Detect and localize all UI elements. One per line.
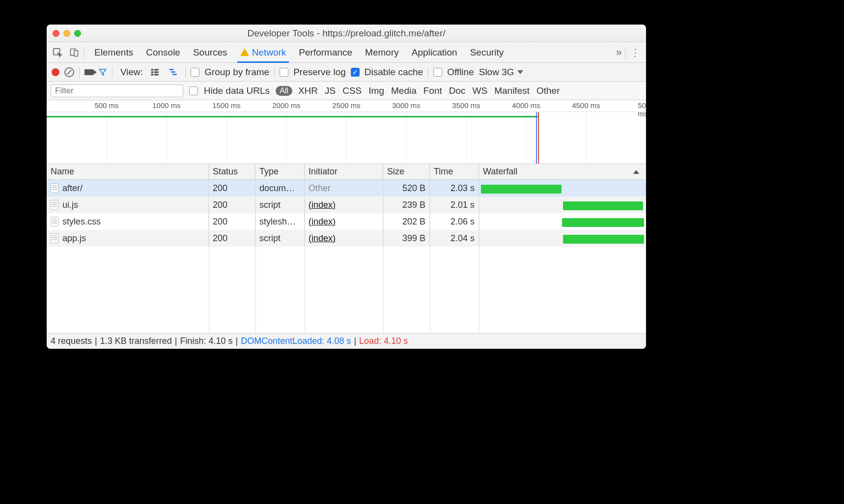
divider: [112, 67, 113, 78]
hide-data-urls-checkbox[interactable]: [189, 86, 198, 95]
requests-table: Name Status Type Initiator Size Time Wat…: [47, 164, 646, 333]
offline-checkbox[interactable]: [433, 68, 442, 77]
filter-type-css[interactable]: CSS: [342, 85, 362, 96]
tab-console[interactable]: Console: [146, 42, 180, 62]
table-row[interactable]: ui.js200script(index)239 B2.01 s: [47, 196, 646, 213]
chevron-down-icon: [517, 70, 523, 74]
window-close-icon[interactable]: [53, 30, 59, 37]
tab-network[interactable]: Network: [240, 42, 286, 62]
cell-name: styles.css: [47, 213, 209, 230]
cell-status: 200: [209, 180, 255, 196]
overview-request-span: [47, 116, 538, 117]
filter-input[interactable]: [51, 84, 183, 97]
table-row[interactable]: app.js200script(index)399 B2.04 s: [47, 230, 646, 247]
filter-type-js[interactable]: JS: [325, 85, 336, 96]
filter-type-manifest[interactable]: Manifest: [494, 85, 530, 96]
cell-waterfall: [479, 230, 646, 247]
col-waterfall[interactable]: Waterfall: [479, 164, 646, 179]
divider: [79, 67, 80, 78]
tab-application[interactable]: Application: [412, 42, 457, 62]
col-time[interactable]: Time: [430, 164, 479, 179]
preserve-log-checkbox[interactable]: [280, 68, 288, 77]
filter-type-media[interactable]: Media: [391, 85, 417, 96]
sort-asc-icon: [633, 170, 639, 174]
group-by-frame-label: Group by frame: [204, 67, 269, 78]
col-type[interactable]: Type: [255, 164, 305, 179]
clear-icon[interactable]: [64, 67, 74, 77]
device-toggle-icon[interactable]: [67, 46, 81, 59]
disable-cache-label: Disable cache: [365, 67, 423, 78]
tab-performance[interactable]: Performance: [299, 42, 352, 62]
cell-type: docum…: [255, 180, 305, 196]
filter-type-other[interactable]: Other: [536, 85, 560, 96]
table-row[interactable]: after/200docum…Other520 B2.03 s: [47, 180, 646, 196]
overview-tick: 1000 ms: [152, 101, 181, 110]
cell-time: 2.04 s: [430, 230, 479, 247]
cell-status: 200: [209, 213, 255, 230]
col-initiator[interactable]: Initiator: [305, 164, 383, 179]
filter-type-all[interactable]: All: [276, 86, 292, 96]
cell-type: script: [255, 230, 305, 247]
svg-rect-2: [74, 50, 78, 56]
waterfall-view-icon[interactable]: [167, 65, 180, 79]
table-header: Name Status Type Initiator Size Time Wat…: [47, 164, 646, 180]
filter-toggle-icon[interactable]: [98, 68, 107, 77]
col-status[interactable]: Status: [209, 164, 255, 179]
filter-type-img[interactable]: Img: [368, 85, 384, 96]
cell-size: 202 B: [383, 213, 430, 230]
file-icon: [51, 217, 58, 226]
cell-time: 2.06 s: [430, 213, 479, 230]
screenshot-icon[interactable]: [84, 69, 93, 75]
view-label: View:: [120, 67, 143, 78]
tab-label: Memory: [365, 47, 399, 58]
cell-initiator-value: Other: [309, 183, 331, 194]
cell-initiator-value[interactable]: (index): [309, 217, 336, 227]
overview-tick: 1500 ms: [212, 101, 241, 110]
filter-row: Hide data URLs All XHRJSCSSImgMediaFontD…: [47, 82, 646, 100]
divider: [84, 47, 84, 58]
cell-size: 520 B: [383, 180, 430, 196]
tab-label: Elements: [94, 47, 133, 58]
group-by-frame-checkbox[interactable]: [191, 68, 199, 77]
waterfall-bar: [481, 185, 562, 194]
tab-elements[interactable]: Elements: [94, 42, 133, 62]
large-rows-icon[interactable]: [148, 65, 162, 79]
network-toolbar: View: Group by frame Preserve log ✓ Disa…: [47, 63, 646, 82]
divider: [625, 47, 625, 58]
footer-finish: Finish: 4.10 s: [180, 336, 233, 346]
cell-name: after/: [47, 180, 209, 196]
inspect-element-icon[interactable]: [51, 46, 64, 59]
filter-type-ws[interactable]: WS: [473, 85, 488, 96]
file-icon: [51, 233, 58, 243]
tab-memory[interactable]: Memory: [365, 42, 399, 62]
record-icon[interactable]: [52, 68, 59, 76]
cell-size: 239 B: [383, 196, 430, 213]
panel-tabs: ElementsConsoleSourcesNetworkPerformance…: [94, 42, 504, 62]
overview-body: [47, 112, 646, 164]
cell-initiator: (index): [305, 230, 383, 247]
col-name[interactable]: Name: [47, 164, 209, 179]
filter-type-xhr[interactable]: XHR: [298, 85, 318, 96]
svg-rect-9: [169, 69, 173, 70]
col-size[interactable]: Size: [383, 164, 430, 179]
footer-transferred: 1.3 KB transferred: [100, 336, 172, 346]
window-minimize-icon[interactable]: [63, 30, 70, 37]
tab-security[interactable]: Security: [470, 42, 504, 62]
table-row[interactable]: styles.css200stylesh…(index)202 B2.06 s: [47, 213, 646, 230]
window-titlebar: Developer Tools - https://preload.glitch…: [47, 25, 646, 42]
waterfall-bar: [562, 218, 644, 227]
window-maximize-icon[interactable]: [74, 30, 81, 37]
cell-initiator-value[interactable]: (index): [309, 233, 336, 244]
throttling-select[interactable]: Slow 3G: [479, 67, 523, 78]
cell-time: 2.01 s: [430, 196, 479, 213]
tab-sources[interactable]: Sources: [193, 42, 227, 62]
timeline-overview[interactable]: 500 ms1000 ms1500 ms2000 ms2500 ms3000 m…: [47, 100, 646, 164]
more-tabs-icon[interactable]: »: [616, 46, 622, 59]
cell-size: 399 B: [383, 230, 430, 247]
filter-type-doc[interactable]: Doc: [449, 85, 466, 96]
kebab-menu-icon[interactable]: ⋮: [628, 47, 642, 58]
cell-initiator-value[interactable]: (index): [309, 200, 336, 210]
divider: [185, 67, 186, 78]
disable-cache-checkbox[interactable]: ✓: [351, 68, 360, 77]
filter-type-font[interactable]: Font: [423, 85, 442, 96]
